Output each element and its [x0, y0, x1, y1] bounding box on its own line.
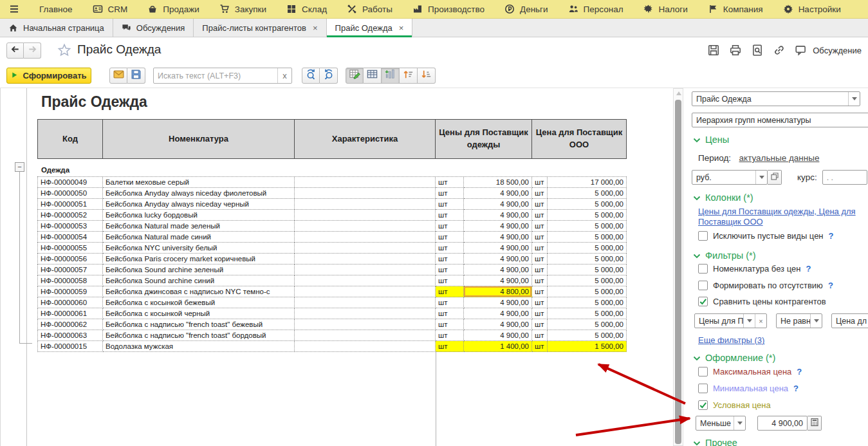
unit-cell[interactable]: шт	[532, 199, 548, 210]
unit-cell[interactable]: шт	[436, 308, 464, 319]
code-cell[interactable]: НФ-00000062	[37, 319, 103, 330]
unit-cell[interactable]: шт	[436, 188, 464, 199]
price-supplier-ooo-cell[interactable]: 5 000,00	[548, 243, 627, 254]
price-supplier-ooo-cell[interactable]: 5 000,00	[548, 319, 627, 330]
nomenclature-cell[interactable]: Бейсболка с надписью "french toast" беже…	[103, 319, 295, 330]
sort-descending-button[interactable]	[418, 68, 436, 84]
price-supplier-ooo-cell[interactable]: 1 500,00	[548, 341, 627, 352]
section-filters[interactable]: Фильтры (*)	[693, 250, 755, 261]
price-supplier-ooo-cell[interactable]: 5 000,00	[548, 210, 627, 221]
tab-discussions[interactable]: Обсуждения	[113, 19, 194, 37]
grouping-levels-button[interactable]	[382, 68, 400, 84]
unit-cell[interactable]: шт	[532, 232, 548, 243]
favorite-star-icon[interactable]	[57, 43, 71, 57]
nomenclature-cell[interactable]: Балетки меховые серый	[103, 177, 295, 188]
unit-cell[interactable]: шт	[436, 221, 464, 232]
price-supplier-clothes-cell[interactable]: 4 900,00	[464, 199, 532, 210]
column-header[interactable]: Цены для Поставщик одежды	[436, 119, 532, 159]
menu-item-purchases[interactable]: Закупки	[219, 4, 266, 14]
forward-button[interactable]	[24, 42, 41, 59]
nomenclature-cell[interactable]: Бейсболка джинсовая с надписью NYC темно…	[103, 286, 295, 297]
unit-cell[interactable]: шт	[532, 188, 548, 199]
price-supplier-ooo-cell[interactable]: 5 000,00	[548, 308, 627, 319]
scroll-up-icon[interactable]	[676, 91, 681, 95]
characteristic-cell[interactable]	[295, 286, 436, 297]
price-supplier-ooo-cell[interactable]: 5 000,00	[548, 275, 627, 286]
price-supplier-clothes-cell[interactable]: 4 900,00	[464, 232, 532, 243]
menu-item-works[interactable]: Работы	[347, 4, 392, 14]
nomenclature-cell[interactable]: Бейсболка Paris crocery market коричневы…	[103, 254, 295, 265]
unit-cell[interactable]: шт	[436, 243, 464, 254]
generate-button[interactable]: Сформировать	[6, 68, 91, 84]
price-supplier-clothes-cell[interactable]: 4 900,00	[464, 275, 532, 286]
tab-price-clothes[interactable]: Прайс Одежда×	[327, 19, 413, 37]
tab-home[interactable]: Начальная страница	[0, 19, 113, 37]
characteristic-cell[interactable]	[295, 297, 436, 308]
condition-operator-combo[interactable]: Меньше	[696, 416, 746, 431]
code-cell[interactable]: НФ-00000053	[37, 221, 103, 232]
discussion-icon[interactable]	[795, 44, 808, 57]
max-price-checkbox[interactable]	[698, 367, 708, 376]
calculator-button[interactable]	[808, 416, 822, 431]
price-supplier-ooo-cell[interactable]: 5 000,00	[548, 286, 627, 297]
more-filters-link[interactable]: Еще фильтры (3)	[698, 335, 764, 345]
unit-cell[interactable]: шт	[436, 297, 464, 308]
price-supplier-ooo-cell[interactable]: 5 000,00	[548, 297, 627, 308]
scrollbar-thumb[interactable]	[675, 100, 681, 444]
menu-item-production[interactable]: Производство	[412, 4, 485, 14]
price-supplier-clothes-cell[interactable]: 4 900,00	[464, 254, 532, 265]
find-previous-button[interactable]	[320, 68, 338, 84]
column-header[interactable]: Номенклатура	[103, 119, 295, 159]
characteristic-cell[interactable]	[295, 265, 436, 275]
nomenclature-cell[interactable]: Бейсболка Anyday always niceday черный	[103, 199, 295, 210]
find-next-button[interactable]	[302, 68, 320, 84]
characteristic-cell[interactable]	[295, 275, 436, 286]
unit-cell[interactable]: шт	[532, 330, 548, 341]
price-supplier-clothes-cell[interactable]: 4 900,00	[464, 330, 532, 341]
unit-cell[interactable]: шт	[532, 177, 548, 188]
characteristic-cell[interactable]	[295, 330, 436, 341]
help-icon[interactable]: ?	[829, 231, 834, 241]
price-supplier-clothes-cell[interactable]: 18 500,00	[464, 177, 532, 188]
price-supplier-ooo-cell[interactable]: 5 000,00	[548, 265, 627, 275]
menu-item-company[interactable]: Компания	[708, 4, 763, 14]
unit-cell[interactable]: шт	[436, 254, 464, 265]
code-cell[interactable]: НФ-00000050	[37, 188, 103, 199]
filter-operator-combo[interactable]: Не равн	[776, 313, 822, 328]
main-menu-button[interactable]	[9, 4, 19, 14]
price-supplier-clothes-cell[interactable]: 4 900,00	[464, 308, 532, 319]
unit-cell[interactable]: шт	[532, 254, 548, 265]
unit-cell[interactable]: шт	[436, 177, 464, 188]
unit-cell[interactable]: шт	[436, 199, 464, 210]
group-collapse-button[interactable]: −	[15, 162, 24, 172]
clear-filter-icon[interactable]: ×	[755, 314, 766, 328]
unit-cell[interactable]: шт	[532, 221, 548, 232]
unit-cell[interactable]: шт	[532, 275, 548, 286]
search-clear-button[interactable]: x	[277, 68, 291, 83]
back-button[interactable]	[6, 42, 24, 59]
price-supplier-ooo-cell[interactable]: 5 000,00	[548, 232, 627, 243]
code-cell[interactable]: НФ-00000060	[37, 297, 103, 308]
characteristic-cell[interactable]	[295, 199, 436, 210]
unit-cell[interactable]: шт	[436, 286, 464, 297]
characteristic-cell[interactable]	[295, 341, 436, 352]
code-cell[interactable]: НФ-00000057	[37, 265, 103, 275]
characteristic-cell[interactable]	[295, 221, 436, 232]
price-supplier-clothes-cell[interactable]: 4 900,00	[464, 297, 532, 308]
condition-value-field[interactable]: 4 900,00	[757, 416, 808, 431]
unit-cell[interactable]: шт	[436, 265, 464, 275]
code-cell[interactable]: НФ-00000061	[37, 308, 103, 319]
period-link[interactable]: актуальные данные	[739, 153, 820, 163]
unit-cell[interactable]: шт	[436, 330, 464, 341]
rate-field[interactable]: . .	[822, 170, 867, 185]
nomenclature-cell[interactable]: Бейсболка Anyday always niceday фиолетов…	[103, 188, 295, 199]
column-header[interactable]: Код	[37, 119, 103, 159]
chevron-down-icon[interactable]	[755, 171, 767, 184]
unit-cell[interactable]: шт	[436, 341, 464, 352]
code-cell[interactable]: НФ-00000063	[37, 330, 103, 341]
characteristic-cell[interactable]	[295, 319, 436, 330]
code-cell[interactable]: НФ-00000015	[37, 341, 103, 352]
table-settings-button[interactable]	[364, 68, 382, 84]
main-scrollbar[interactable]	[673, 88, 683, 446]
close-tab-icon[interactable]: ×	[399, 24, 404, 32]
